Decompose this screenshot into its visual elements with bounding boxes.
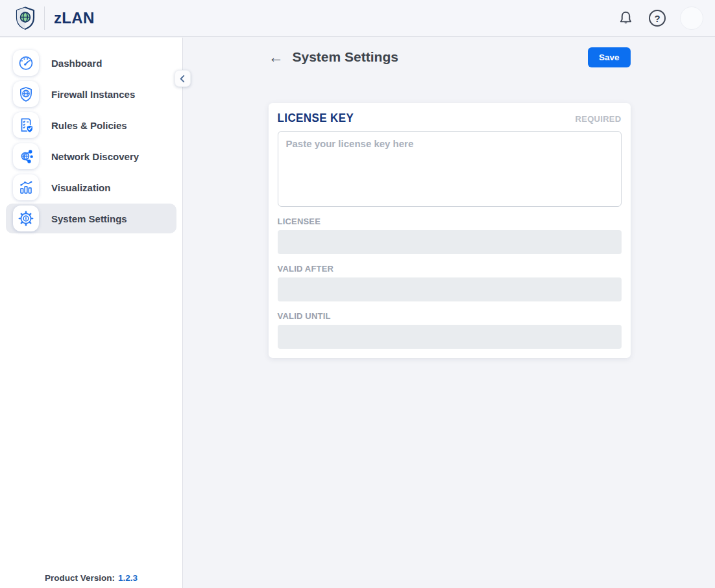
shield-globe-icon	[13, 81, 39, 107]
gear-icon	[13, 206, 39, 231]
save-button[interactable]: Save	[588, 47, 631, 67]
sidebar-item-label: Visualization	[51, 182, 110, 193]
help-icon: ?	[649, 10, 666, 27]
sidebar-item-label: Network Discovery	[51, 151, 139, 162]
sidebar-item-label: System Settings	[51, 213, 127, 224]
licensee-field-group: LICENSEE	[278, 217, 622, 254]
license-key-textarea[interactable]	[278, 131, 622, 207]
product-version-value: 1.2.3	[118, 573, 138, 583]
licensee-input	[278, 230, 622, 254]
valid-after-label: VALID AFTER	[278, 264, 622, 274]
valid-after-field-group: VALID AFTER	[278, 264, 622, 301]
sidebar-item-system-settings[interactable]: System Settings	[6, 204, 176, 233]
back-button[interactable]: ←	[269, 50, 284, 65]
page-header: ← System Settings Save	[269, 47, 631, 67]
brand-title: zLAN	[54, 9, 95, 27]
page-title: System Settings	[293, 49, 398, 65]
sidebar: Dashboard Firewall Instances	[0, 38, 183, 588]
sidebar-item-firewall-instances[interactable]: Firewall Instances	[6, 79, 176, 109]
valid-until-label: VALID UNTIL	[278, 311, 622, 321]
bell-icon	[617, 10, 635, 27]
app-logo-shield-globe-icon	[12, 5, 39, 32]
globe-network-nodes-icon	[13, 143, 39, 169]
bar-line-chart-icon	[13, 174, 39, 200]
checklist-shield-icon	[13, 112, 39, 138]
product-version-label: Product Version:	[45, 573, 115, 583]
sidebar-collapse-button[interactable]	[175, 70, 191, 87]
valid-until-field-group: VALID UNTIL	[278, 311, 622, 349]
sidebar-item-label: Rules & Policies	[51, 120, 127, 131]
sidebar-item-network-discovery[interactable]: Network Discovery	[6, 141, 176, 171]
sidebar-item-dashboard[interactable]: Dashboard	[6, 48, 176, 78]
required-badge: REQUIRED	[575, 114, 621, 124]
valid-until-input	[278, 325, 622, 349]
user-avatar[interactable]	[680, 6, 703, 30]
sidebar-item-label: Dashboard	[51, 58, 102, 69]
topbar: zLAN ?	[0, 0, 715, 37]
chevron-left-icon	[177, 73, 188, 84]
license-key-title: LICENSE KEY	[278, 112, 354, 126]
notifications-button[interactable]	[617, 10, 635, 27]
dashboard-gauge-icon	[13, 50, 39, 76]
licensee-label: LICENSEE	[278, 217, 622, 226]
sidebar-item-rules-policies[interactable]: Rules & Policies	[6, 110, 176, 140]
license-key-card: LICENSE KEY REQUIRED LICENSEE VALID AFTE…	[269, 103, 631, 358]
main-content: ← System Settings Save LICENSE KEY REQUI…	[184, 38, 715, 588]
product-version: Product Version:1.2.3	[0, 573, 182, 583]
sidebar-item-label: Firewall Instances	[51, 89, 135, 100]
back-arrow-icon: ←	[269, 49, 284, 65]
topbar-divider	[44, 6, 45, 30]
sidebar-item-visualization[interactable]: Visualization	[6, 172, 176, 202]
valid-after-input	[278, 277, 622, 301]
help-button[interactable]: ?	[649, 10, 666, 27]
